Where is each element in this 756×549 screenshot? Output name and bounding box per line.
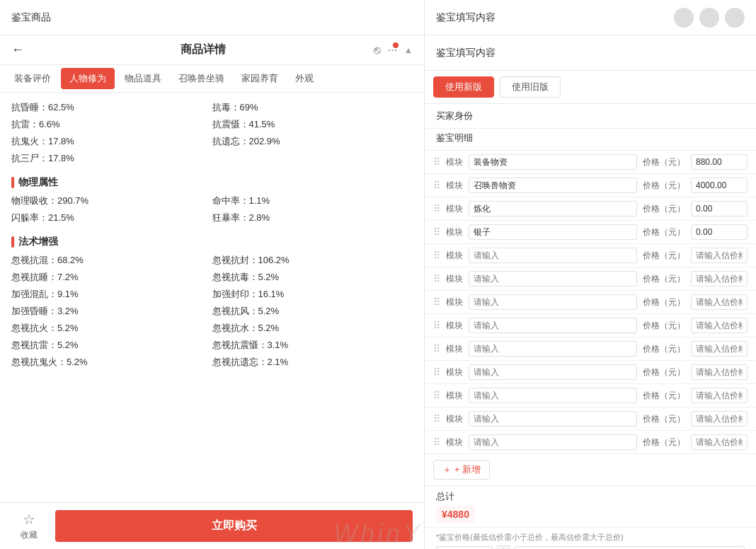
tab-equipment[interactable]: 装备评价	[6, 65, 59, 92]
item-name-input[interactable]	[469, 388, 637, 403]
tab-new-version[interactable]: 使用新版	[433, 76, 494, 98]
buy-now-button[interactable]: 立即购买	[55, 510, 413, 542]
price-range-label: *鉴宝价格(最低估价需小于总价，最高估价需大于总价)	[436, 532, 745, 543]
item-name-input[interactable]	[469, 434, 637, 450]
star-icon: ☆	[23, 511, 35, 528]
price-input[interactable]	[691, 364, 748, 380]
max-price-input[interactable]	[514, 546, 745, 549]
price-input[interactable]	[691, 178, 748, 193]
item-name-input[interactable]	[469, 294, 637, 310]
stat-left: 抗鬼火：17.8%	[11, 135, 212, 148]
stat-right: 命中率：1.1%	[212, 195, 413, 207]
price-input[interactable]	[691, 318, 748, 333]
drag-handle-icon[interactable]: ⠿	[433, 343, 440, 354]
item-name-input[interactable]	[469, 154, 637, 170]
fav-label: 收藏	[21, 529, 38, 541]
total-section: 总计 ¥4880	[425, 485, 756, 527]
module-label: 模块	[446, 366, 466, 378]
total-value: ¥4880	[436, 506, 475, 523]
price-input[interactable]	[691, 271, 748, 287]
tab-old-version[interactable]: 使用旧版	[500, 76, 561, 98]
icon2	[699, 8, 719, 28]
price-input[interactable]	[691, 294, 748, 310]
price-input[interactable]	[691, 411, 748, 427]
add-item-button[interactable]: ＋ + 新增	[433, 460, 490, 480]
drag-handle-icon[interactable]: ⠿	[433, 320, 440, 331]
module-label: 模块	[446, 343, 466, 355]
price-input[interactable]	[691, 248, 748, 263]
item-row: ⠿ 模块 价格（元）	[425, 314, 756, 337]
stat-left: 加强混乱：9.1%	[11, 288, 212, 301]
right-body: ⠿ 模块 价格（元） ⠿ 模块 价格（元） ⠿ 模块 价格（元）	[425, 151, 756, 549]
stepper-up-button[interactable]: ▲	[497, 545, 510, 549]
stat-left: 加强昏睡：3.2%	[11, 305, 212, 318]
price-label: 价格（元）	[643, 273, 685, 285]
stat-row: 加强混乱：9.1% 加强封印：16.1%	[11, 288, 413, 301]
stat-right: 忽视抗封：106.2%	[212, 254, 413, 267]
price-input[interactable]	[691, 154, 748, 170]
plus-icon: ＋	[442, 463, 452, 476]
tab-items[interactable]: 物品道具	[116, 65, 170, 92]
drag-handle-icon[interactable]: ⠿	[433, 180, 440, 191]
stat-left: 忽视抗火：5.2%	[11, 322, 212, 335]
price-label: 价格（元）	[643, 320, 685, 332]
price-label: 价格（元）	[643, 180, 685, 192]
stat-row: 物理吸收：290.7% 命中率：1.1%	[11, 195, 413, 207]
drag-handle-icon[interactable]: ⠿	[433, 250, 440, 261]
icon1	[674, 8, 694, 28]
price-label: 价格（元）	[643, 203, 685, 215]
stat-section-1: 抗昏睡：62.5% 抗毒：69% 抗雷：6.6% 抗震慑：41.5% 抗鬼火：1…	[11, 101, 413, 165]
drag-handle-icon[interactable]: ⠿	[433, 296, 440, 308]
more-icon[interactable]: ···	[388, 44, 397, 57]
main-content: ← 商品详情 ⎋ ··· ▲ 装备评价 人物修为 物品道具 召唤兽坐骑 家园养育…	[0, 35, 756, 549]
drag-handle-icon[interactable]: ⠿	[433, 413, 440, 424]
stat-left: 抗昏睡：62.5%	[11, 101, 212, 114]
notification-badge	[393, 42, 399, 48]
stat-section-2: 物理吸收：290.7% 命中率：1.1% 闪躲率：21.5% 狂暴率：2.8%	[11, 195, 413, 224]
tab-bar: 装备评价 人物修为 物品道具 召唤兽坐骑 家园养育 外观	[0, 65, 424, 93]
stat-left: 忽视抗混：68.2%	[11, 254, 212, 267]
item-name-input[interactable]	[469, 224, 637, 240]
stat-right: 忽视抗遗忘：2.1%	[212, 356, 413, 369]
scroll-up-icon[interactable]: ▲	[404, 45, 413, 55]
item-name-input[interactable]	[469, 178, 637, 193]
tab-home[interactable]: 家园养育	[233, 65, 287, 92]
stat-left: 忽视抗睡：7.2%	[11, 271, 212, 284]
module-label: 模块	[446, 273, 466, 285]
stat-right: 忽视抗水：5.2%	[212, 322, 413, 335]
drag-handle-icon[interactable]: ⠿	[433, 203, 440, 214]
price-input[interactable]	[691, 224, 748, 240]
drag-handle-icon[interactable]: ⠿	[433, 273, 440, 284]
item-name-input[interactable]	[469, 364, 637, 380]
drag-handle-icon[interactable]: ⠿	[433, 366, 440, 378]
back-button[interactable]: ←	[11, 42, 24, 57]
price-input[interactable]	[691, 434, 748, 450]
page-title: 商品详情	[33, 42, 374, 57]
item-name-input[interactable]	[469, 248, 637, 263]
stat-row: 忽视抗雷：5.2% 忽视抗震慑：3.1%	[11, 339, 413, 352]
tab-appearance[interactable]: 外观	[287, 65, 322, 92]
section-title-physical: 物理属性	[18, 176, 58, 189]
section-bar-icon	[11, 236, 14, 248]
tab-character[interactable]: 人物修为	[61, 68, 115, 89]
drag-handle-icon[interactable]: ⠿	[433, 437, 440, 448]
item-name-input[interactable]	[469, 411, 637, 427]
min-price-input[interactable]	[436, 546, 493, 550]
item-name-input[interactable]	[469, 341, 637, 357]
price-label: 价格（元）	[643, 413, 685, 425]
favorite-button[interactable]: ☆ 收藏	[11, 511, 47, 541]
item-row: ⠿ 模块 价格（元）	[425, 361, 756, 384]
drag-handle-icon[interactable]: ⠿	[433, 156, 440, 168]
tab-mount[interactable]: 召唤兽坐骑	[170, 65, 233, 92]
section-bar-icon	[11, 177, 14, 188]
item-name-input[interactable]	[469, 201, 637, 216]
price-input[interactable]	[691, 201, 748, 216]
share-icon[interactable]: ⎋	[374, 44, 381, 57]
price-input[interactable]	[691, 341, 748, 357]
price-input[interactable]	[691, 388, 748, 403]
stat-right: 忽视抗风：5.2%	[212, 305, 413, 318]
drag-handle-icon[interactable]: ⠿	[433, 226, 440, 238]
item-name-input[interactable]	[469, 271, 637, 287]
item-name-input[interactable]	[469, 318, 637, 333]
drag-handle-icon[interactable]: ⠿	[433, 390, 440, 401]
